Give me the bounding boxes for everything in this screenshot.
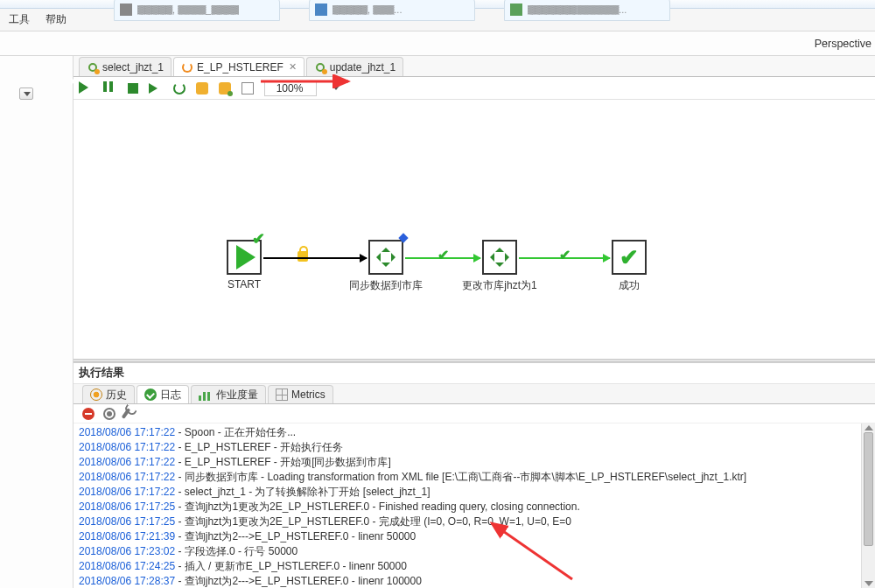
lock-icon — [298, 251, 308, 262]
log-line: 2018/08/06 17:17:22 - 同步数据到市库 - Loading … — [79, 470, 870, 485]
tab-select-jhzt-1[interactable]: select_jhzt_1 — [79, 57, 172, 76]
node-label: 更改市库jhzt为1 — [462, 278, 536, 293]
log-tools-button[interactable] — [122, 408, 131, 419]
play-icon — [236, 245, 256, 270]
scroll-up-icon[interactable] — [864, 425, 873, 430]
annotation-arrow-icon — [261, 74, 357, 88]
scroll-down-icon[interactable] — [864, 581, 873, 586]
clear-log-button[interactable] — [82, 408, 94, 420]
tab-label: Metrics — [291, 388, 326, 401]
scrollbar-vertical[interactable] — [861, 424, 875, 588]
log-message: - 查询jhzt为1更改为2E_LP_HSTLEREF.0 - Finished… — [175, 500, 580, 513]
tab-label: 历史 — [106, 388, 127, 402]
preview-button[interactable] — [149, 81, 163, 95]
log-line: 2018/08/06 17:17:22 - select_jhzt_1 - 为了… — [79, 485, 870, 500]
edge — [263, 257, 367, 259]
annotation-arrow-icon — [485, 518, 581, 583]
tab-metrics[interactable]: Metrics — [268, 385, 333, 403]
grid-icon — [276, 388, 288, 401]
log-timestamp: 2018/08/06 17:23:02 — [79, 545, 175, 557]
browser-tab[interactable]: ▓▓▓▓▓▓▓▓▓▓▓▓▓... — [504, 0, 670, 21]
node-start[interactable]: ✔ START — [227, 240, 262, 275]
log-timestamp: 2018/08/06 17:28:37 — [79, 575, 175, 587]
log-message: - 同步数据到市库 - Loading transformation from … — [175, 471, 746, 483]
tab-label: E_LP_HSTLEREF — [197, 61, 284, 74]
svg-line-2 — [492, 523, 572, 579]
job-icon — [181, 61, 193, 74]
pause-button[interactable] — [103, 81, 117, 95]
history-icon — [90, 388, 102, 401]
transform-icon — [87, 61, 99, 74]
stop-button[interactable] — [128, 83, 138, 94]
favicon-icon — [315, 4, 327, 16]
log-timestamp: 2018/08/06 17:17:22 — [79, 456, 175, 468]
check-icon: ✔ — [559, 247, 570, 263]
log-message: - E_LP_HSTLEREF - 开始执行任务 — [175, 441, 343, 453]
favicon-icon — [510, 4, 522, 16]
transform-icon — [314, 61, 326, 74]
perspective-label[interactable]: Perspective — [815, 38, 872, 50]
restore-view-button[interactable] — [19, 88, 33, 100]
tab-label: 日志 — [160, 388, 181, 402]
favicon-icon — [120, 4, 132, 16]
marker-icon — [398, 233, 408, 242]
editor-tabbar: select_jhzt_1 E_LP_HSTLEREF ✕ update_jhz… — [74, 56, 875, 77]
log-line: 2018/08/06 17:28:37 - 查询jhzt为2--->E_LP_H… — [79, 574, 870, 588]
log-line: 2018/08/06 17:21:39 - 查询jhzt为2--->E_LP_H… — [79, 529, 870, 544]
log-timestamp: 2018/08/06 17:17:22 — [79, 426, 175, 438]
log-settings-button[interactable] — [103, 408, 116, 420]
menu-tools[interactable]: 工具 — [5, 12, 33, 27]
tab-log[interactable]: 日志 — [136, 385, 189, 403]
results-title: 执行结果 — [74, 363, 875, 384]
log-line: 2018/08/06 17:17:25 - 查询jhzt为1更改为2E_LP_H… — [79, 500, 870, 514]
log-line: 2018/08/06 17:17:25 - 查询jhzt为1更改为2E_LP_H… — [79, 514, 870, 529]
browser-tab[interactable]: ▓▓▓▓▓, ▓▓▓... — [309, 0, 475, 21]
snap-grid-button[interactable] — [242, 82, 254, 94]
log-message: - E_LP_HSTLEREF - 开始项[同步数据到市库] — [175, 456, 391, 468]
tab-label: update_jhzt_1 — [330, 61, 396, 74]
sql-button[interactable] — [196, 82, 208, 94]
node-label: 同步数据到市库 — [349, 278, 423, 293]
log-line: 2018/08/06 17:24:25 - 插入 / 更新市E_LP_HSTLE… — [79, 559, 870, 574]
log-line: 2018/08/06 17:17:22 - Spoon - 正在开始任务... — [79, 425, 870, 440]
node-success[interactable]: ✔ 成功 — [612, 240, 647, 275]
log-message: - 插入 / 更新市E_LP_HSTLEREF.0 - linenr 50000 — [175, 560, 407, 572]
transformation-icon — [375, 247, 396, 268]
log-message: - 查询jhzt为2--->E_LP_HSTLEREF.0 - linenr 5… — [175, 530, 416, 542]
job-canvas[interactable]: ✔ START 同步数据到市库 ✔ — [74, 100, 875, 359]
tab-update-jhzt-1[interactable]: update_jhzt_1 — [306, 57, 403, 76]
node-sync[interactable]: 同步数据到市库 — [368, 240, 403, 275]
log-line: 2018/08/06 17:17:22 - E_LP_HSTLEREF - 开始… — [79, 455, 870, 470]
log-timestamp: 2018/08/06 17:24:25 — [79, 560, 175, 572]
menu-help[interactable]: 帮助 — [42, 12, 70, 27]
log-message: - 字段选择.0 - 行号 50000 — [175, 545, 298, 557]
os-titlebar: ▓▓▓▓▓, ▓▓▓▓_▓▓▓▓ ▓▓▓▓▓, ▓▓▓... ▓▓▓▓▓▓▓▓▓… — [0, 0, 875, 9]
log-message: - 查询jhzt为2--->E_LP_HSTLEREF.0 - linenr 1… — [175, 575, 422, 587]
results-tabbar: 历史 日志 作业度量 Metrics — [74, 384, 875, 405]
results-panel: 执行结果 历史 日志 作业度量 Metrics 2018/08/06 17:17… — [74, 362, 875, 588]
explore-button[interactable] — [219, 82, 231, 94]
metrics-icon — [199, 390, 213, 401]
tab-label: select_jhzt_1 — [102, 61, 164, 74]
log-timestamp: 2018/08/06 17:17:22 — [79, 471, 175, 483]
check-icon: ✔ — [620, 244, 639, 271]
browser-tab[interactable]: ▓▓▓▓▓, ▓▓▓▓_▓▓▓▓ — [114, 0, 280, 21]
left-panel-collapsed — [0, 56, 74, 588]
tab-e-lp-hstleref[interactable]: E_LP_HSTLEREF ✕ — [173, 57, 304, 76]
node-update[interactable]: 更改市库jhzt为1 — [482, 240, 517, 275]
tab-history[interactable]: 历史 — [82, 385, 135, 403]
node-label: 成功 — [619, 278, 640, 293]
log-message: - select_jhzt_1 - 为了转换解除补丁开始 [select_jhz… — [175, 486, 430, 498]
log-line: 2018/08/06 17:23:02 - 字段选择.0 - 行号 50000 — [79, 544, 870, 559]
replay-button[interactable] — [173, 82, 186, 94]
scroll-thumb[interactable] — [864, 432, 873, 546]
close-icon[interactable]: ✕ — [289, 61, 297, 73]
check-icon: ✔ — [252, 229, 265, 248]
tab-label: 作业度量 — [216, 388, 258, 402]
tab-jobmetrics[interactable]: 作业度量 — [191, 385, 266, 403]
log-toolbar — [74, 404, 875, 424]
edge: ✔ — [405, 257, 480, 259]
run-button[interactable] — [79, 81, 93, 95]
log-body[interactable]: 2018/08/06 17:17:22 - Spoon - 正在开始任务...2… — [74, 424, 875, 588]
edge: ✔ — [519, 257, 610, 259]
